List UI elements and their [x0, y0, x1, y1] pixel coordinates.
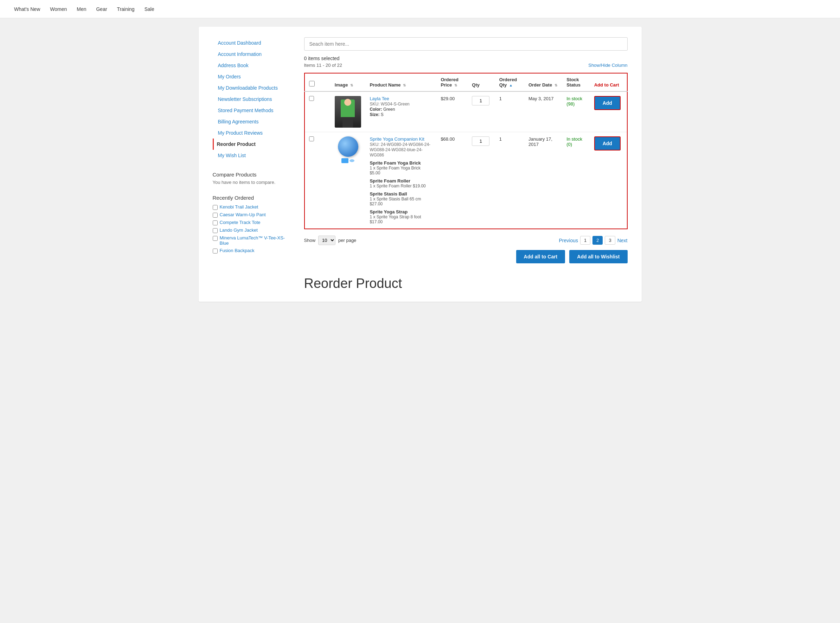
table-row: Layla Tee SKU: WS04-S-Green Color: Green… — [304, 91, 627, 132]
page-3-num[interactable]: 3 — [605, 236, 615, 245]
row-2-product-name-cell: Sprite Yoga Companion Kit SKU: 24-WG080-… — [365, 132, 436, 229]
nav-sale[interactable]: Sale — [144, 6, 154, 12]
list-item[interactable]: Kenobi Trail Jacket — [213, 204, 290, 210]
row-2-qty-cell — [468, 132, 495, 229]
action-buttons: Add all to Cart Add all to Wishlist — [304, 250, 628, 263]
sidebar-item-my-wish-list[interactable]: My Wish List — [213, 150, 290, 161]
sidebar-item-address-book[interactable]: Address Book — [213, 60, 290, 71]
row-1-add-button[interactable]: Add — [594, 96, 620, 110]
sidebar-item-my-orders[interactable]: My Orders — [213, 71, 290, 82]
row-2-ordered-qty: 1 — [499, 137, 502, 142]
row-1-stock-cell: In stock (98) — [562, 91, 590, 132]
recently-ordered-checkbox-4[interactable] — [213, 228, 218, 233]
row-2-order-date-cell: January 17, 2017 — [524, 132, 562, 229]
th-image-label: Image — [335, 82, 348, 87]
recently-ordered-checkbox-6[interactable] — [213, 249, 218, 253]
recently-ordered-checkbox-5[interactable] — [213, 236, 218, 241]
sidebar-item-stored-payment-methods[interactable]: Stored Payment Methods — [213, 105, 290, 116]
th-order-date[interactable]: Order Date ⇅ — [524, 73, 562, 91]
nav-whats-new[interactable]: What's New — [14, 6, 40, 12]
sort-icon-order-date: ⇅ — [554, 83, 557, 87]
recently-ordered-label-4: Lando Gym Jacket — [220, 227, 258, 233]
th-checkbox — [304, 73, 330, 91]
row-2-qty-input[interactable] — [472, 137, 490, 146]
sidebar-item-my-downloadable-products[interactable]: My Downloadable Products — [213, 82, 290, 94]
show-label: Show — [304, 238, 316, 243]
per-page-control: Show 10 20 50 per page — [304, 236, 356, 245]
row-2-sku: SKU: 24-WG080-24-WG084-24-WG088-24-WG082… — [370, 142, 430, 158]
row-1-product-link[interactable]: Layla Tee — [370, 96, 389, 101]
per-page-label: per page — [338, 238, 356, 243]
nav-training[interactable]: Training — [117, 6, 135, 12]
row-2-bundle-title-1: Sprite Foam Yoga Brick — [370, 160, 432, 166]
previous-page-link[interactable]: Previous — [559, 238, 578, 243]
row-1-order-date-cell: May 3, 2017 — [524, 91, 562, 132]
recently-ordered-checkbox-3[interactable] — [213, 221, 218, 226]
nav-gear[interactable]: Gear — [96, 6, 107, 12]
sidebar-item-account-dashboard[interactable]: Account Dashboard — [213, 37, 290, 49]
row-2-order-date: January 17, 2017 — [528, 137, 552, 147]
row-2-price: $68.00 — [441, 137, 455, 142]
sidebar-item-newsletter-subscriptions[interactable]: Newsletter Subscriptions — [213, 94, 290, 105]
sidebar-item-billing-agreements[interactable]: Billing Agreements — [213, 116, 290, 127]
recently-ordered-checkbox-1[interactable] — [213, 205, 218, 210]
select-all-checkbox[interactable] — [309, 81, 315, 86]
nav-women[interactable]: Women — [50, 6, 67, 12]
th-order-date-label: Order Date — [528, 82, 552, 87]
row-1-size: Size: S — [370, 112, 383, 117]
top-navigation: What's New Women Men Gear Training Sale — [0, 0, 840, 18]
recently-ordered-title: Recently Ordered — [213, 195, 290, 201]
per-page-select[interactable]: 10 20 50 — [318, 236, 335, 245]
recently-ordered-label-2: Caesar Warm-Up Pant — [220, 212, 266, 217]
th-ordered-price[interactable]: OrderedPrice ⇅ — [436, 73, 468, 91]
row-2-bundle-item-1: 1 x Sprite Foam Yoga Brick $5.00 — [370, 166, 432, 175]
page-1-num[interactable]: 1 — [580, 236, 590, 245]
row-1-price: $29.00 — [441, 96, 455, 101]
row-2-bundle-item-3: 1 x Sprite Stasis Ball 65 cm $27.00 — [370, 196, 432, 206]
th-ordered-qty-label: OrderedQty — [499, 77, 517, 87]
row-1-ordered-qty: 1 — [499, 96, 502, 101]
compare-products-section: Compare Products You have no items to co… — [213, 172, 290, 185]
th-image[interactable]: Image ⇅ — [330, 73, 365, 91]
th-add-to-cart-label: Add to Cart — [594, 82, 619, 87]
row-checkbox-cell — [304, 91, 330, 132]
search-input[interactable] — [304, 37, 628, 51]
page-2-num[interactable]: 2 — [593, 236, 603, 245]
row-1-color: Color: Green — [370, 107, 395, 112]
th-qty-label: Qty — [472, 82, 480, 87]
row-1-checkbox[interactable] — [309, 96, 314, 101]
th-ordered-qty[interactable]: OrderedQty ▲ — [495, 73, 524, 91]
row-checkbox-cell — [304, 132, 330, 229]
pagination-row: Show 10 20 50 per page Previous 1 2 3 Ne… — [304, 236, 628, 245]
nav-men[interactable]: Men — [77, 6, 86, 12]
list-item[interactable]: Fusion Backpack — [213, 248, 290, 253]
th-stock-status[interactable]: StockStatus — [562, 73, 590, 91]
row-2-stock-status: In stock (0) — [567, 137, 582, 147]
th-product-name[interactable]: Product Name ⇅ — [365, 73, 436, 91]
page-layout: Account Dashboard Account Information Ad… — [213, 37, 628, 291]
recently-ordered-checkbox-2[interactable] — [213, 213, 218, 218]
th-qty[interactable]: Qty — [468, 73, 495, 91]
sort-icon-price: ⇅ — [454, 83, 457, 87]
row-1-qty-input[interactable] — [472, 96, 490, 106]
items-info-row: Items 11 - 20 of 22 Show/Hide Column — [304, 63, 628, 68]
add-all-to-cart-button[interactable]: Add all to Cart — [516, 250, 565, 263]
list-item[interactable]: Minerva LumaTech™ V-Tee-XS-Blue — [213, 235, 290, 246]
sidebar-item-my-product-reviews[interactable]: My Product Reviews — [213, 127, 290, 138]
row-1-qty-cell — [468, 91, 495, 132]
next-page-link[interactable]: Next — [617, 238, 628, 243]
row-2-checkbox[interactable] — [309, 137, 314, 141]
sidebar-item-account-information[interactable]: Account Information — [213, 49, 290, 60]
row-2-product-link[interactable]: Sprite Yoga Companion Kit — [370, 137, 424, 142]
compare-products-title: Compare Products — [213, 172, 290, 178]
row-2-bundle-title-2: Sprite Foam Roller — [370, 178, 432, 184]
list-item[interactable]: Caesar Warm-Up Pant — [213, 212, 290, 218]
show-hide-column-link[interactable]: Show/Hide Column — [588, 63, 627, 68]
row-2-add-button[interactable]: Add — [594, 137, 620, 150]
list-item[interactable]: Lando Gym Jacket — [213, 227, 290, 233]
add-all-to-wishlist-button[interactable]: Add all to Wishlist — [569, 250, 627, 263]
sort-icon-name: ⇅ — [403, 83, 406, 87]
list-item[interactable]: Compete Track Tote — [213, 220, 290, 226]
sidebar-item-reorder-product[interactable]: Reorder Product — [213, 138, 290, 150]
items-range-label: Items 11 - 20 of 22 — [304, 63, 342, 68]
